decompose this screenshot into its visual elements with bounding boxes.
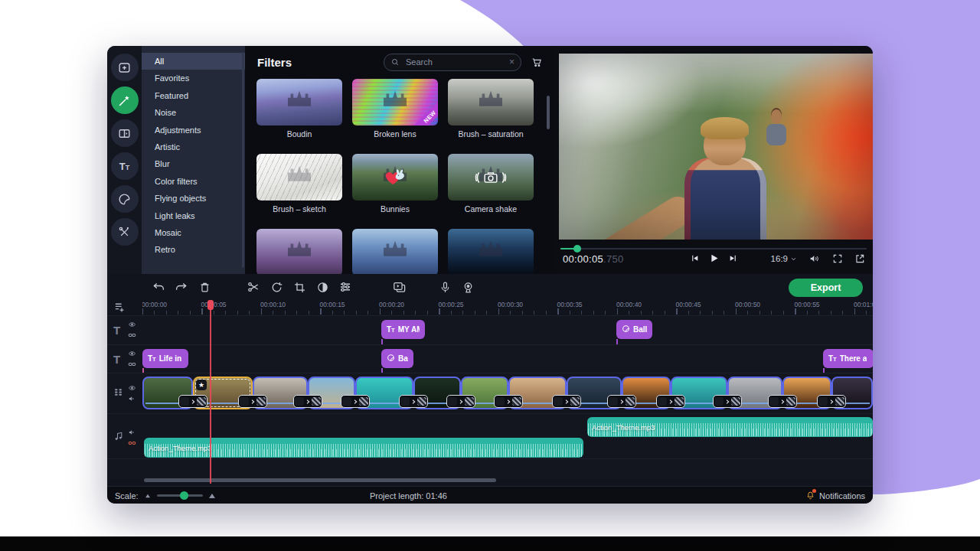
preview-pane: 00:00:05.750 16:9 <box>554 46 873 274</box>
clip-label: Life in <box>159 354 181 363</box>
sidebar-item-titles[interactable]: TT <box>111 152 139 180</box>
audio-clip[interactable]: Action_Theme.mp3 <box>587 417 873 437</box>
previous-frame-button[interactable] <box>690 253 700 263</box>
split-button[interactable] <box>245 279 262 295</box>
sidebar-rail: TT <box>107 46 142 274</box>
zoom-in-icon[interactable] <box>209 494 215 498</box>
filter-thumbnail <box>256 154 342 201</box>
filter-card[interactable]: Camera shake <box>448 154 534 214</box>
transition-badge[interactable] <box>399 395 428 408</box>
speaker-icon[interactable] <box>128 394 136 403</box>
transition-badge[interactable] <box>768 395 797 408</box>
filter-card[interactable]: NEW Broken lens <box>352 79 438 139</box>
filter-card[interactable]: Boudin <box>256 79 342 139</box>
timeline-title-clip[interactable]: TT There a <box>823 349 873 368</box>
timeline-title-clip[interactable]: Bac <box>381 349 413 368</box>
timeline-ruler[interactable]: 00:00:0000:00:0500:00:1000:00:1500:00:20… <box>107 300 873 315</box>
sidebar-item-import-media[interactable] <box>111 54 139 81</box>
transition-badge[interactable] <box>341 395 370 408</box>
delete-button[interactable] <box>196 279 213 295</box>
category-item[interactable]: Color filters <box>142 173 245 190</box>
fullscreen-icon[interactable] <box>832 253 843 264</box>
timeline-title-clip[interactable]: Ball <box>616 320 652 339</box>
filter-label: Bunnies <box>352 204 438 214</box>
audio-clip[interactable]: Action_Theme.mp3 <box>144 438 583 458</box>
crop-button[interactable] <box>291 279 308 295</box>
transition-badge[interactable] <box>552 395 581 408</box>
store-cart-icon[interactable] <box>531 56 543 68</box>
zoom-slider-handle[interactable] <box>180 491 188 500</box>
detach-player-icon[interactable] <box>854 253 865 264</box>
transition-badge[interactable] <box>817 395 846 408</box>
link-icon[interactable] <box>128 360 136 368</box>
filter-card[interactable] <box>448 229 534 274</box>
playhead-handle[interactable] <box>207 300 214 310</box>
sidebar-item-stickers[interactable] <box>111 185 139 213</box>
sidebar-item-filters[interactable] <box>111 86 139 114</box>
eye-icon[interactable] <box>128 349 136 357</box>
webcam-button[interactable] <box>459 279 476 295</box>
category-item[interactable]: Featured <box>142 87 245 104</box>
adjust-sliders-button[interactable] <box>337 279 354 295</box>
category-item[interactable]: All <box>142 53 245 70</box>
transition-badge[interactable] <box>446 395 475 408</box>
seek-handle[interactable] <box>573 245 581 253</box>
sidebar-item-more-tools[interactable] <box>111 218 139 246</box>
zoom-out-icon[interactable] <box>145 494 150 497</box>
transition-badge[interactable] <box>607 395 636 408</box>
overlay-button[interactable] <box>390 279 407 295</box>
filter-card[interactable] <box>256 229 342 274</box>
filter-card[interactable]: Bunnies <box>352 154 438 214</box>
category-item[interactable]: Adjustments <box>142 122 245 139</box>
undo-button[interactable] <box>150 279 167 295</box>
transition-chevron-icon <box>352 399 358 405</box>
transition-badge[interactable] <box>494 395 523 408</box>
color-adjustments-button[interactable] <box>314 279 331 295</box>
add-track-icon[interactable] <box>113 301 126 317</box>
transition-badge[interactable] <box>293 395 322 408</box>
filters-scrollbar[interactable] <box>547 96 550 129</box>
aspect-ratio-dropdown[interactable]: 16:9 <box>771 254 797 263</box>
unlink-icon[interactable] <box>128 439 136 448</box>
search-input[interactable] <box>404 57 505 67</box>
record-voice-button[interactable] <box>436 279 453 295</box>
timeline-title-clip[interactable]: TT Life in <box>142 349 188 368</box>
clear-search-icon[interactable]: × <box>509 57 514 67</box>
sidebar-item-transitions[interactable] <box>111 119 139 147</box>
category-item[interactable]: Light leaks <box>142 207 245 224</box>
filter-card[interactable] <box>352 229 438 274</box>
transition-badge[interactable] <box>238 395 267 408</box>
timeline-title-clip[interactable]: TT MY AM <box>381 320 425 339</box>
category-item[interactable]: Blur <box>142 155 245 172</box>
clip-label: Ball <box>633 325 647 334</box>
category-item[interactable]: Noise <box>142 104 245 121</box>
volume-icon[interactable] <box>808 253 821 265</box>
ruler-time-label: 00:00:55 <box>795 301 820 308</box>
preview-seek-bar[interactable] <box>560 245 867 253</box>
redo-button[interactable] <box>173 279 190 295</box>
filter-card[interactable]: Brush – saturation <box>448 79 534 139</box>
category-item[interactable]: Flying objects <box>142 190 245 207</box>
transition-badge[interactable] <box>178 395 207 408</box>
next-frame-button[interactable] <box>728 253 738 263</box>
transition-badge[interactable] <box>656 395 685 408</box>
export-button[interactable]: Export <box>789 279 863 297</box>
search-box[interactable]: × <box>384 54 521 71</box>
timeline-horizontal-scrollbar[interactable] <box>144 478 496 482</box>
timeline-zoom-slider[interactable] <box>157 494 203 497</box>
rotate-button[interactable] <box>268 279 285 295</box>
eye-icon[interactable] <box>128 321 136 329</box>
eye-icon[interactable] <box>128 383 136 392</box>
category-item[interactable]: Favorites <box>142 70 245 86</box>
link-icon[interactable] <box>128 331 136 340</box>
category-item[interactable]: Artistic <box>142 139 245 155</box>
filter-card[interactable]: Brush – sketch <box>256 154 342 214</box>
play-button[interactable] <box>708 253 720 264</box>
category-item[interactable]: Mosaic <box>142 224 245 241</box>
speaker-icon[interactable] <box>128 429 136 437</box>
transition-chevron-icon <box>724 399 730 405</box>
transition-badge[interactable] <box>713 395 742 408</box>
category-item[interactable]: Retro <box>142 241 245 258</box>
notifications-button[interactable]: Notifications <box>805 487 865 504</box>
video-preview[interactable] <box>559 54 873 240</box>
